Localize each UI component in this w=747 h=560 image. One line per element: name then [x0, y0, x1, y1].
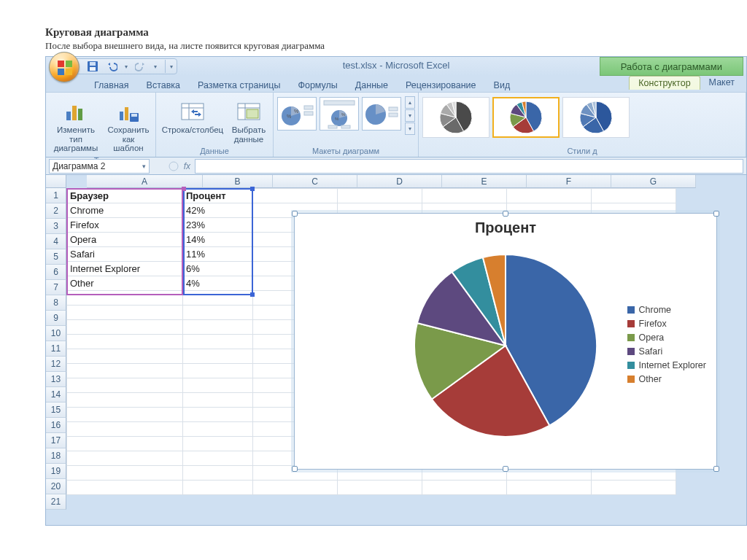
row-header[interactable]: 1	[46, 188, 66, 203]
cell[interactable]	[183, 320, 253, 335]
tab-design[interactable]: Конструктор	[629, 76, 700, 90]
cell[interactable]	[183, 422, 253, 437]
cell[interactable]	[592, 189, 676, 203]
cell[interactable]	[183, 451, 253, 466]
row-header[interactable]: 6	[46, 265, 66, 280]
row-header[interactable]: 18	[46, 448, 66, 464]
cell[interactable]	[67, 335, 183, 349]
row-header[interactable]: 14	[46, 387, 66, 402]
switch-row-column-button[interactable]: Строка/столбец	[159, 96, 226, 137]
chart-style-1[interactable]	[422, 97, 489, 138]
cell[interactable]: 23%	[183, 218, 253, 233]
chart-layouts-scroll-down[interactable]: ▾	[405, 109, 415, 122]
chart-layout-1[interactable]: %%	[277, 97, 317, 131]
cell[interactable]	[253, 189, 338, 203]
cell[interactable]: Internet Explorer	[67, 262, 183, 276]
select-data-button[interactable]: Выбрать данные	[228, 96, 270, 146]
cell[interactable]	[338, 481, 422, 495]
row-header[interactable]: 2	[46, 203, 66, 219]
office-button[interactable]	[49, 52, 80, 82]
row-header[interactable]: 10	[46, 326, 66, 341]
column-header-e[interactable]: E	[442, 175, 527, 188]
chart-title[interactable]: Процент	[295, 219, 716, 236]
cell[interactable]	[67, 393, 183, 408]
qat-customize-dropdown[interactable]: ▾	[165, 60, 172, 73]
cell[interactable]	[183, 349, 253, 364]
chart-layout-3[interactable]	[362, 97, 401, 131]
row-header[interactable]: 12	[46, 357, 66, 372]
cell[interactable]	[183, 466, 253, 481]
undo-button[interactable]	[104, 60, 120, 73]
chart-resize-handle[interactable]	[292, 211, 298, 217]
cell[interactable]	[67, 378, 183, 393]
row-header[interactable]: 19	[46, 464, 66, 479]
row-header[interactable]: 13	[46, 372, 66, 387]
formula-input[interactable]	[195, 159, 743, 174]
cell[interactable]	[67, 408, 183, 422]
cell[interactable]	[183, 291, 253, 306]
tab-view[interactable]: Вид	[485, 79, 519, 92]
cell[interactable]	[183, 408, 253, 422]
cell[interactable]	[422, 481, 507, 495]
cell[interactable]	[422, 189, 507, 203]
chart-style-3[interactable]	[562, 97, 630, 138]
embedded-chart[interactable]: Процент ChromeFirefoxOperaSafariInternet…	[294, 213, 717, 470]
cell[interactable]	[592, 481, 676, 495]
cell[interactable]	[67, 466, 183, 481]
row-header[interactable]: 3	[46, 219, 66, 234]
cell[interactable]	[67, 291, 183, 306]
tab-layout[interactable]: Макет	[700, 76, 743, 90]
chart-layouts-scroll-up[interactable]: ▴	[405, 96, 415, 109]
column-header-f[interactable]: F	[527, 175, 611, 188]
change-chart-type-button[interactable]: Изменить тип диаграммы	[49, 96, 103, 155]
chart-resize-handle[interactable]	[292, 466, 298, 472]
undo-dropdown[interactable]: ▾	[123, 60, 130, 73]
cell[interactable]	[338, 189, 422, 203]
cell[interactable]	[183, 306, 253, 320]
tab-page-layout[interactable]: Разметка страницы	[189, 79, 289, 92]
column-header-g[interactable]: G	[611, 175, 696, 188]
tab-insert[interactable]: Вставка	[138, 79, 189, 92]
cell[interactable]: 11%	[183, 247, 253, 262]
redo-button[interactable]	[133, 60, 149, 73]
row-header[interactable]: 5	[46, 249, 66, 265]
cell[interactable]: Браузер	[67, 189, 183, 203]
chart-layouts-more[interactable]: ▾	[405, 122, 415, 135]
row-header[interactable]: 4	[46, 234, 66, 249]
worksheet[interactable]: A B C D E F G 12345678910111213141516171…	[46, 175, 746, 525]
name-box-dropdown-icon[interactable]: ▾	[142, 163, 146, 170]
save-button[interactable]	[85, 60, 101, 73]
chart-resize-handle[interactable]	[713, 466, 719, 472]
cell[interactable]	[67, 306, 183, 320]
cell[interactable]	[183, 364, 253, 378]
cell[interactable]: 42%	[183, 203, 253, 218]
cell[interactable]: Chrome	[67, 203, 183, 218]
chart-layout-2[interactable]: %%	[320, 97, 359, 131]
column-header-b[interactable]: B	[203, 175, 273, 188]
chart-style-2[interactable]	[492, 97, 560, 138]
cell[interactable]	[507, 189, 592, 203]
cell[interactable]: 14%	[183, 233, 253, 247]
chart-legend[interactable]: ChromeFirefoxOperaSafariInternet Explore…	[627, 301, 706, 388]
cell[interactable]: Opera	[67, 233, 183, 247]
tab-data[interactable]: Данные	[347, 79, 397, 92]
cell[interactable]	[67, 364, 183, 378]
cell[interactable]	[253, 481, 338, 495]
cell[interactable]: Процент	[183, 189, 253, 203]
row-header[interactable]: 9	[46, 311, 66, 326]
cell[interactable]	[183, 437, 253, 451]
row-header[interactable]: 21	[46, 494, 66, 510]
chart-resize-handle[interactable]	[713, 211, 719, 217]
cell[interactable]	[183, 335, 253, 349]
cell[interactable]	[67, 349, 183, 364]
select-all-corner[interactable]	[46, 175, 66, 188]
row-header[interactable]: 7	[46, 280, 66, 295]
column-header-a[interactable]: A	[87, 175, 203, 188]
cell[interactable]	[183, 393, 253, 408]
cell[interactable]	[67, 481, 183, 495]
chart-resize-handle[interactable]	[503, 211, 508, 217]
tab-home[interactable]: Главная	[85, 79, 138, 92]
cell[interactable]: Firefox	[67, 218, 183, 233]
cell[interactable]	[67, 451, 183, 466]
row-header[interactable]: 11	[46, 341, 66, 357]
